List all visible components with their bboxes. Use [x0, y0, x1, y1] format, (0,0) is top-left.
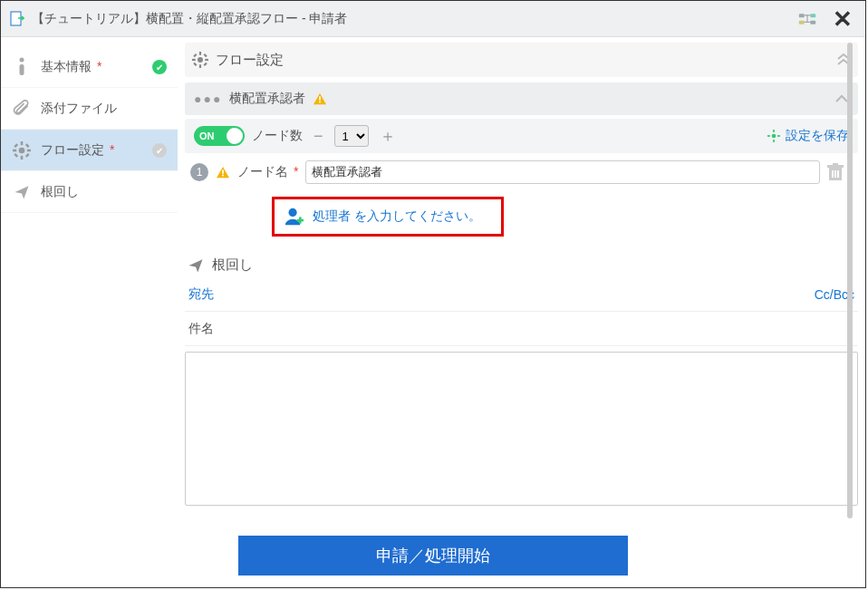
close-button[interactable]: ✕ — [829, 7, 856, 31]
sidebar-item-basic-info[interactable]: 基本情報 * ✔ — [1, 46, 178, 88]
node-row: 1 ノード名 * — [185, 153, 858, 191]
sidebar-item-label: 基本情報 * — [41, 59, 101, 75]
svg-rect-28 — [773, 130, 775, 132]
svg-rect-2 — [810, 14, 815, 17]
flow-diagram-icon[interactable] — [798, 12, 816, 26]
svg-rect-19 — [192, 59, 196, 61]
approver-group-bar[interactable]: ●●● 横配置承認者 — [185, 82, 858, 115]
add-person-icon — [284, 207, 304, 227]
svg-rect-21 — [193, 53, 197, 57]
paper-plane-icon — [187, 257, 205, 274]
to-field-label[interactable]: 宛先 — [188, 286, 214, 303]
submit-button[interactable]: 申請／処理開始 — [238, 536, 628, 575]
node-number-badge: 1 — [190, 163, 208, 181]
subject-label: 件名 — [188, 321, 214, 337]
sidebar-item-label: 添付ファイル — [41, 101, 117, 117]
svg-rect-13 — [25, 143, 30, 148]
svg-rect-11 — [27, 149, 31, 151]
svg-rect-24 — [204, 63, 207, 66]
subject-row[interactable]: 件名 — [185, 312, 858, 346]
svg-point-16 — [198, 57, 203, 63]
sidebar-item-attachments[interactable]: 添付ファイル — [1, 88, 178, 130]
status-ok-icon: ✔ — [152, 60, 167, 74]
decrement-button[interactable]: − — [310, 127, 327, 146]
sidebar: 基本情報 * ✔ 添付ファイル フロー設定 * ✔ 根回 — [1, 37, 178, 524]
section-title: フロー設定 — [216, 52, 284, 69]
sidebar-item-label: 根回し — [41, 184, 79, 200]
node-count-bar: ON ノード数 − 1 ＋ 設定を保存 — [185, 119, 858, 153]
svg-rect-17 — [199, 52, 201, 55]
svg-rect-31 — [777, 135, 780, 137]
approver-group-label: 横配置承認者 — [229, 91, 305, 107]
warning-icon — [313, 92, 327, 105]
svg-rect-25 — [320, 96, 322, 100]
main-content: フロー設定 ●●● 横配置承認者 — [178, 37, 865, 524]
svg-rect-20 — [205, 59, 208, 61]
node-count-label: ノード数 — [252, 128, 303, 144]
paper-plane-icon — [12, 184, 32, 200]
svg-rect-39 — [837, 170, 839, 178]
svg-rect-9 — [21, 155, 24, 159]
svg-rect-38 — [834, 170, 836, 178]
node-name-input[interactable] — [305, 160, 820, 184]
svg-rect-1 — [799, 14, 805, 17]
dots-icon: ●●● — [194, 92, 222, 106]
svg-point-5 — [20, 57, 24, 62]
window-header: 【チュートリアル】横配置・縦配置承認フロー - 申請者 ✕ — [1, 1, 865, 37]
flow-settings-section: フロー設定 ●●● 横配置承認者 — [185, 43, 858, 237]
svg-rect-23 — [193, 63, 197, 66]
sidebar-item-label: フロー設定 * — [41, 142, 114, 159]
message-body-textarea[interactable] — [185, 352, 858, 506]
node-name-label: ノード名 * — [237, 164, 298, 180]
negawashi-section: 根回し 宛先 Cc/Bcc 件名 — [185, 253, 858, 506]
save-settings-link[interactable]: 設定を保存 — [767, 128, 849, 144]
document-icon — [10, 11, 24, 27]
negawashi-header: 根回し — [185, 253, 858, 277]
gear-icon — [192, 52, 208, 68]
svg-point-40 — [289, 208, 297, 217]
info-icon — [12, 57, 32, 77]
svg-rect-4 — [810, 20, 815, 24]
svg-rect-15 — [25, 153, 30, 158]
svg-rect-22 — [204, 53, 207, 57]
negawashi-title: 根回し — [212, 256, 253, 274]
svg-rect-12 — [14, 143, 18, 148]
increment-button[interactable]: ＋ — [376, 125, 400, 147]
svg-rect-35 — [827, 165, 844, 168]
svg-rect-29 — [773, 140, 775, 142]
processor-prompt-text: 処理者 を入力してください。 — [313, 208, 481, 225]
svg-rect-10 — [13, 149, 16, 151]
footer: 申請／処理開始 — [1, 524, 865, 587]
gear-icon — [12, 141, 32, 160]
node-count-select[interactable]: 1 — [334, 125, 369, 147]
status-pending-icon: ✔ — [152, 143, 167, 158]
svg-rect-33 — [222, 175, 224, 177]
svg-rect-26 — [320, 102, 322, 103]
add-processor-button[interactable]: 処理者 を入力してください。 — [272, 197, 504, 237]
sidebar-item-negawashi[interactable]: 根回し — [1, 171, 178, 213]
recipient-row[interactable]: 宛先 Cc/Bcc — [185, 277, 858, 312]
svg-rect-32 — [222, 169, 224, 173]
flow-section-header: フロー設定 — [185, 43, 858, 77]
svg-rect-36 — [833, 163, 838, 165]
svg-rect-14 — [14, 153, 18, 158]
svg-rect-6 — [20, 64, 24, 75]
svg-point-7 — [19, 147, 25, 153]
svg-rect-18 — [199, 64, 201, 68]
svg-rect-37 — [832, 170, 834, 178]
svg-rect-3 — [799, 20, 805, 24]
svg-rect-8 — [21, 141, 24, 145]
svg-rect-30 — [767, 135, 770, 137]
svg-rect-42 — [299, 217, 302, 223]
node-enable-toggle[interactable]: ON — [194, 126, 245, 146]
warning-icon — [216, 166, 230, 179]
svg-point-27 — [772, 134, 776, 139]
scrollbar[interactable] — [847, 43, 853, 518]
sidebar-item-flow-settings[interactable]: フロー設定 * ✔ — [1, 130, 178, 171]
window-title: 【チュートリアル】横配置・縦配置承認フロー - 申請者 — [32, 11, 798, 27]
paperclip-icon — [12, 100, 32, 118]
